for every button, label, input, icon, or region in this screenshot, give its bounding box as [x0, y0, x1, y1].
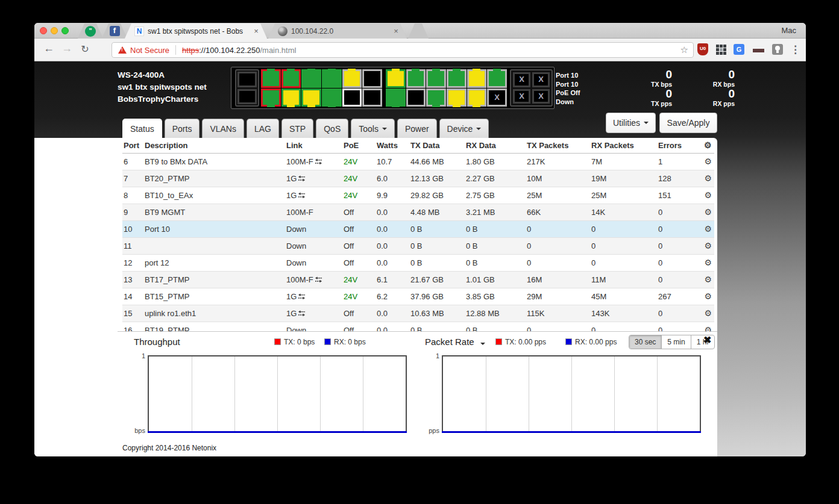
table-row-port-12[interactable]: 12port 12DownOff0.00 B0 B000⚙ — [122, 254, 714, 271]
row-settings-gear-icon[interactable]: ⚙ — [703, 220, 714, 237]
tab-vlans[interactable]: VLANs — [202, 119, 244, 138]
disabled-port[interactable]: X — [532, 89, 550, 104]
row-settings-gear-icon[interactable]: ⚙ — [703, 271, 714, 288]
save-apply-label: Save/Apply — [667, 118, 710, 128]
window-close-button[interactable] — [40, 27, 47, 34]
tab-close-icon[interactable]: × — [251, 26, 261, 36]
row-settings-gear-icon[interactable]: ⚙ — [703, 254, 714, 271]
port-2[interactable] — [261, 89, 281, 107]
lightbulb-extension-icon[interactable] — [771, 43, 784, 57]
port-14[interactable] — [386, 89, 406, 107]
pinned-tab-hangouts[interactable]: ” — [78, 23, 103, 39]
tab-qos[interactable]: QoS — [316, 119, 348, 138]
reload-button[interactable]: ↻ — [78, 43, 92, 55]
disabled-port[interactable]: X — [513, 72, 530, 87]
table-row-port-6[interactable]: 6BT9 to BMx DATA100M-F24V10.744.66 MB1.8… — [122, 153, 714, 170]
port-10-selected[interactable] — [342, 89, 362, 107]
browser-tab-active[interactable]: N sw1 btx spitwspots net - Bobs × — [125, 23, 267, 39]
tab-device[interactable]: Device — [439, 119, 489, 138]
tx-packets: 217K — [526, 153, 590, 170]
disabled-port[interactable]: X — [532, 72, 550, 87]
row-settings-gear-icon[interactable]: ⚙ — [703, 204, 714, 220]
window-minimize-button[interactable] — [51, 27, 58, 34]
bookmark-star-icon[interactable]: ☆ — [680, 45, 688, 55]
throughput-y-unit-label: bps — [121, 427, 145, 434]
address-bar[interactable]: Not Secure https ://100.104.22.250 /main… — [112, 42, 694, 58]
port-13[interactable] — [386, 69, 406, 88]
port-7[interactable] — [322, 69, 342, 88]
table-row-port-10[interactable]: 10Port 10DownOff0.00 B0 B000⚙ — [122, 220, 714, 237]
port-24[interactable]: X — [487, 89, 507, 107]
tab-status[interactable]: Status — [122, 119, 162, 138]
row-settings-gear-icon[interactable]: ⚙ — [703, 170, 714, 187]
table-settings-gear-icon[interactable]: ⚙ — [703, 138, 714, 153]
table-row-port-11[interactable]: 11DownOff0.00 B0 B000⚙ — [122, 237, 714, 254]
utilities-button[interactable]: Utilities — [606, 113, 656, 133]
port-15[interactable] — [406, 69, 426, 88]
table-row-port-15[interactable]: 15uplink ro1.eth11GOff0.010.63 MB12.88 M… — [122, 305, 714, 322]
port-8[interactable] — [322, 89, 342, 107]
tx-packets: 115K — [526, 305, 590, 322]
rj45-notch — [432, 69, 440, 72]
tab-ports[interactable]: Ports — [165, 119, 200, 138]
row-settings-gear-icon[interactable]: ⚙ — [703, 187, 714, 204]
tx-bps-label: TX bps — [614, 81, 672, 88]
row-settings-gear-icon[interactable]: ⚙ — [703, 288, 714, 305]
port-4[interactable] — [281, 89, 301, 107]
table-row-port-7[interactable]: 7BT20_PTMP1G24V6.012.13 GB2.27 GB10M19M1… — [122, 170, 714, 187]
port-5[interactable] — [301, 69, 321, 88]
chrome-menu-icon[interactable]: ⋮ — [790, 43, 800, 56]
port-9[interactable] — [342, 69, 362, 88]
security-warning-icon[interactable] — [118, 46, 127, 54]
port-19[interactable] — [447, 69, 467, 88]
table-row-port-13[interactable]: 13BT17_PTMP100M-F24V6.121.67 GB1.01 GB16… — [122, 271, 714, 288]
disabled-port[interactable]: X — [513, 89, 530, 104]
port-22[interactable] — [467, 89, 487, 107]
port-17[interactable] — [426, 69, 446, 88]
browser-tab-inactive[interactable]: 100.104.22.0 × — [268, 23, 407, 39]
link-status: Down — [285, 254, 342, 271]
port-21[interactable] — [467, 69, 487, 88]
table-row-port-14[interactable]: 14BT15_PTMP1G24V6.237.96 GB3.85 GB29M45M… — [122, 288, 714, 305]
tx-legend-label: TX: 0.00 pps — [505, 338, 546, 346]
port-11[interactable] — [362, 69, 382, 88]
time-range-5-min[interactable]: 5 min — [662, 335, 691, 349]
time-range-30-sec[interactable]: 30 sec — [629, 335, 662, 349]
row-settings-gear-icon[interactable]: ⚙ — [703, 153, 714, 170]
port-16[interactable] — [406, 89, 426, 107]
window-zoom-button[interactable] — [61, 27, 69, 34]
sfp-port[interactable] — [237, 89, 257, 105]
ublock-extension-icon[interactable]: U0 — [696, 43, 709, 57]
new-tab-button[interactable] — [408, 23, 429, 39]
translate-icon: G — [734, 44, 744, 55]
port-23[interactable] — [487, 69, 507, 88]
tab-power[interactable]: Power — [397, 119, 437, 138]
tab-tools[interactable]: Tools — [351, 119, 395, 138]
grid-extension-icon[interactable] — [714, 43, 727, 57]
port-1[interactable] — [261, 69, 281, 88]
close-icon[interactable]: ✖ — [703, 334, 711, 346]
row-settings-gear-icon[interactable]: ⚙ — [703, 305, 714, 322]
port-12[interactable] — [362, 89, 382, 107]
sfp-port[interactable] — [237, 72, 257, 87]
table-row-port-9[interactable]: 9BT9 MGMT100M-FOff0.04.48 MB3.21 MB66K14… — [122, 204, 714, 220]
shield-icon: U0 — [697, 43, 708, 55]
tab-close-icon[interactable]: × — [391, 26, 401, 36]
table-row-port-8[interactable]: 8BT10_to_EAx1G24V9.929.82 GB2.75 GB25M25… — [122, 187, 714, 204]
tab-lag[interactable]: LAG — [247, 119, 279, 138]
save-apply-button[interactable]: Save/Apply — [659, 113, 717, 133]
back-button[interactable]: ← — [42, 42, 56, 55]
port-20[interactable] — [447, 89, 467, 107]
mask-extension-icon[interactable] — [752, 43, 765, 57]
pinned-tab-facebook[interactable]: f — [102, 23, 127, 39]
tab-stp[interactable]: STP — [281, 119, 313, 138]
poe-watts: 0.0 — [376, 220, 409, 237]
port-18[interactable] — [426, 89, 446, 107]
not-secure-label[interactable]: Not Secure — [130, 46, 169, 55]
packet-rate-chart-title[interactable]: Packet Rate — [425, 337, 485, 347]
poe-status: 24V — [342, 187, 376, 204]
port-6[interactable] — [301, 89, 321, 107]
translate-extension-icon[interactable]: G — [732, 43, 746, 57]
port-3[interactable] — [281, 69, 301, 88]
row-settings-gear-icon[interactable]: ⚙ — [703, 237, 714, 254]
